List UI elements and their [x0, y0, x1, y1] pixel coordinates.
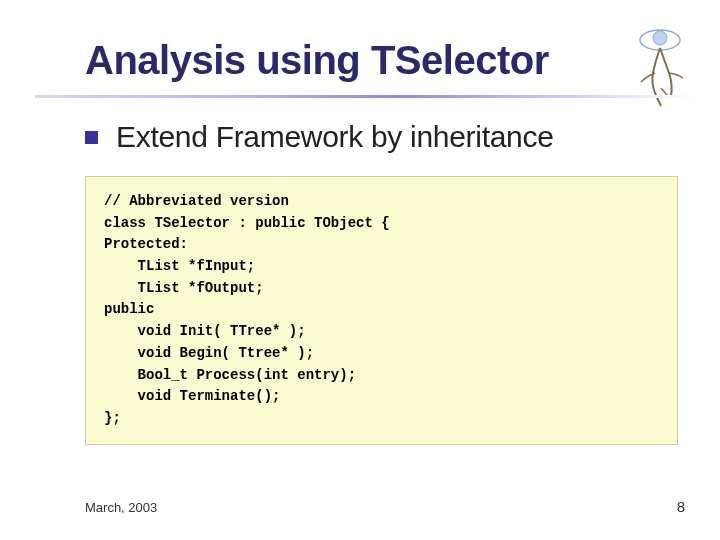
title-underline — [35, 95, 695, 98]
title-area: Analysis using TSelector — [85, 38, 660, 83]
footer-date: March, 2003 — [85, 500, 157, 515]
page-number: 8 — [677, 498, 685, 515]
slide: Analysis using TSelector Extend Framewor… — [0, 0, 720, 540]
slide-body: Extend Framework by inheritance // Abbre… — [85, 120, 680, 445]
bullet-item: Extend Framework by inheritance — [85, 120, 680, 154]
square-bullet-icon — [85, 131, 98, 144]
slide-title: Analysis using TSelector — [85, 38, 660, 83]
code-block: // Abbreviated version class TSelector :… — [85, 176, 678, 445]
bullet-text: Extend Framework by inheritance — [116, 120, 554, 154]
